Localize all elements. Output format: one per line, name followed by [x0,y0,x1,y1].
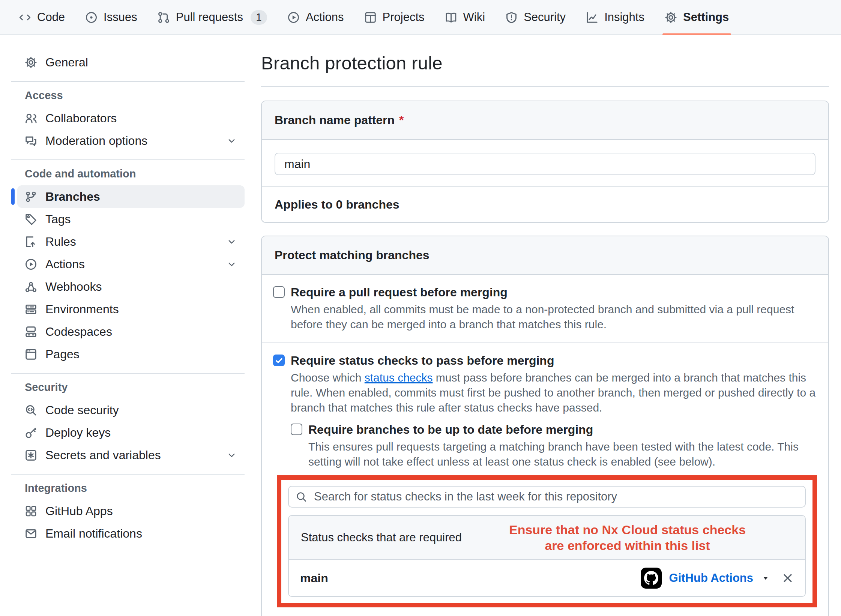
sidebar-divider [11,81,245,82]
branch-name-pattern-header: Branch name pattern* [262,101,828,140]
annotation-highlight-box: Status checks that are required Ensure t… [277,475,817,607]
sidebar-divider [11,373,245,374]
server-icon [25,303,37,316]
caret-down-icon[interactable] [761,574,770,582]
sidebar-item-actions[interactable]: Actions [17,253,245,275]
tab-code[interactable]: Code [11,0,72,35]
sidebar-item-label: Codespaces [45,325,112,339]
require-up-to-date-description: This ensures pull requests targeting a m… [308,439,817,469]
require-pr-row: Require a pull request before merging Wh… [262,275,828,343]
tab-projects[interactable]: Projects [357,0,432,35]
play-icon [287,11,300,24]
sidebar-item-label: Deploy keys [45,426,111,440]
sidebar-item-label: Code security [45,403,119,417]
sidebar-item-label: Actions [45,257,85,271]
webhook-icon [25,281,37,293]
sidebar-item-environments[interactable]: Environments [17,298,245,320]
repo-tab-bar: Code Issues Pull requests 1 Actions Proj… [0,0,841,35]
tab-pull-requests[interactable]: Pull requests 1 [150,0,275,35]
branch-name-pattern-label: Branch name pattern [275,113,395,127]
sidebar-item-moderation-options[interactable]: Moderation options [17,129,245,152]
tag-icon [25,213,37,225]
require-status-checks-label[interactable]: Require status checks to pass before mer… [291,353,554,368]
status-check-row: main GitHub Actions [289,560,805,596]
tab-label: Issues [104,11,137,24]
codespaces-icon [25,326,37,338]
sidebar-item-collaborators[interactable]: Collaborators [17,107,245,129]
sidebar-divider [11,159,245,160]
tab-issues[interactable]: Issues [78,0,145,35]
shield-icon [505,11,518,24]
tab-insights[interactable]: Insights [578,0,652,35]
tab-label: Wiki [463,11,485,24]
tab-label: Insights [604,11,644,24]
require-pr-description: When enabled, all commits must be made t… [291,302,817,332]
github-actions-link[interactable]: GitHub Actions [669,571,753,585]
sidebar-item-general[interactable]: General [17,51,245,74]
book-icon [445,11,457,24]
sidebar-item-label: Email notifications [45,527,142,541]
required-asterisk: * [399,113,404,127]
sidebar-item-webhooks[interactable]: Webhooks [17,275,245,298]
annotation-text: Ensure that no Nx Cloud status checks ar… [462,522,793,553]
codescan-icon [25,404,37,416]
tab-security[interactable]: Security [498,0,573,35]
github-logo-icon [641,568,662,589]
require-up-to-date-label[interactable]: Require branches to be up to date before… [308,422,593,437]
table-icon [364,11,377,24]
require-up-to-date-subrow: Require branches to be up to date before… [291,422,817,469]
sidebar-item-codespaces[interactable]: Codespaces [17,320,245,343]
sidebar-item-label: GitHub Apps [45,504,113,518]
graph-icon [586,11,598,24]
tab-label: Settings [683,11,729,24]
remove-status-check-icon[interactable] [782,572,794,584]
description-text: Choose which [291,371,365,384]
status-checks-search-field [288,486,806,508]
play-icon [25,258,37,270]
sidebar-item-label: Collaborators [45,111,117,125]
rules-icon [25,236,37,248]
tab-wiki[interactable]: Wiki [437,0,493,35]
tab-actions[interactable]: Actions [280,0,351,35]
people-icon [25,112,37,125]
sidebar-item-deploy-keys[interactable]: Deploy keys [17,421,245,444]
require-status-checks-checkbox[interactable] [273,355,285,366]
key-icon [25,427,37,439]
sidebar-item-code-security[interactable]: Code security [17,399,245,421]
browser-icon [25,348,37,361]
tab-settings[interactable]: Settings [657,0,736,35]
status-checks-link[interactable]: status checks [365,371,433,384]
sidebar-section-security: Security [25,381,245,394]
sidebar-item-email-notifications[interactable]: Email notifications [17,522,245,545]
annotation-line-2: are enforced within this list [462,538,793,553]
sidebar-item-pages[interactable]: Pages [17,343,245,365]
mail-icon [25,527,37,540]
required-status-checks-box: Status checks that are required Ensure t… [288,515,806,597]
require-status-checks-description: Choose which status checks must pass bef… [291,370,817,415]
sidebar-item-secrets-variables[interactable]: Secrets and variables [17,444,245,466]
sidebar-item-label: Tags [45,212,71,226]
issue-opened-icon [85,11,98,24]
branch-name-pattern-input[interactable] [275,153,815,175]
apps-grid-icon [25,505,37,517]
sidebar-item-label: General [45,56,88,69]
sidebar-section-access: Access [25,89,245,102]
sidebar-item-label: Webhooks [45,280,102,294]
sidebar-divider [11,474,245,475]
require-pr-label[interactable]: Require a pull request before merging [291,285,508,300]
sidebar-item-label: Secrets and variables [45,448,161,462]
chevron-down-icon [226,135,237,146]
page-title: Branch protection rule [261,53,829,74]
sidebar-item-branches[interactable]: Branches [17,185,245,208]
require-pr-checkbox[interactable] [273,286,285,298]
require-up-to-date-checkbox[interactable] [291,424,302,435]
status-checks-search-input[interactable] [313,490,798,504]
sidebar-item-github-apps[interactable]: GitHub Apps [17,500,245,522]
sidebar-item-tags[interactable]: Tags [17,208,245,230]
git-branch-icon [25,191,37,203]
protect-matching-branches-header: Protect matching branches [262,236,828,275]
tab-label: Projects [383,11,425,24]
sidebar-item-rules[interactable]: Rules [17,230,245,253]
require-status-checks-row: Require status checks to pass before mer… [262,343,828,616]
sidebar-item-label: Environments [45,302,119,316]
